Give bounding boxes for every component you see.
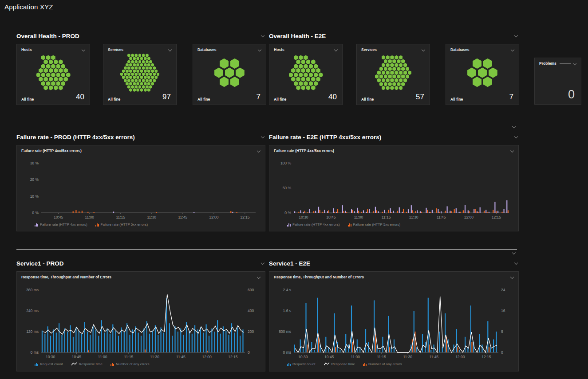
health-tile-hosts-prod[interactable]: Hosts All fine 40 [16, 44, 90, 105]
health-hexagon[interactable] [144, 63, 147, 66]
chevron-down-icon[interactable] [260, 33, 265, 39]
health-hexagon[interactable] [140, 57, 143, 60]
health-hexagon[interactable] [467, 67, 476, 78]
health-hexagon[interactable] [147, 88, 150, 92]
health-hexagon[interactable] [236, 67, 245, 78]
health-hexagon[interactable] [138, 85, 142, 89]
health-hexagon[interactable] [49, 77, 53, 82]
health-hexagon[interactable] [63, 68, 68, 73]
health-hexagon[interactable] [43, 86, 48, 90]
health-hexagon[interactable] [131, 73, 134, 76]
chart-tile-failure-e2e[interactable]: Failure rate (HTTP 4xx/5xx errors) 0 %50… [269, 145, 519, 231]
health-hexagon[interactable] [56, 81, 61, 86]
health-hexagon[interactable] [406, 67, 409, 71]
health-hexagon[interactable] [59, 59, 63, 64]
health-hexagon[interactable] [314, 64, 318, 69]
health-hexagon[interactable] [140, 82, 143, 86]
health-hexagon[interactable] [311, 86, 316, 90]
health-hexagon[interactable] [43, 77, 48, 82]
health-hexagon[interactable] [54, 77, 58, 82]
health-hexagon[interactable] [153, 73, 156, 76]
health-hexagon[interactable] [133, 57, 136, 60]
health-hexagon[interactable] [399, 70, 403, 75]
chevron-down-icon[interactable] [572, 61, 577, 66]
health-hexagon[interactable] [136, 82, 139, 86]
health-hexagon[interactable] [386, 55, 389, 60]
health-hexagon[interactable] [388, 59, 391, 63]
health-hexagon[interactable] [319, 72, 323, 77]
health-hexagon[interactable] [61, 72, 66, 77]
chevron-down-icon[interactable] [513, 134, 519, 140]
health-hexagon[interactable] [51, 81, 55, 86]
health-hexagon[interactable] [134, 85, 138, 89]
chart-tile-service-prod[interactable]: Response time, Throughput and Number of … [16, 271, 265, 371]
health-hexagon[interactable] [382, 86, 385, 90]
health-hexagon[interactable] [51, 72, 55, 77]
health-hexagon[interactable] [51, 64, 55, 69]
health-hexagon[interactable] [294, 81, 298, 86]
legend-item[interactable]: Request count [35, 362, 63, 366]
health-hexagon[interactable] [146, 79, 149, 82]
health-hexagon[interactable] [309, 64, 313, 69]
chevron-down-icon[interactable] [81, 47, 86, 53]
health-hexagon[interactable] [296, 86, 300, 90]
health-hexagon[interactable] [388, 82, 391, 86]
health-hexagon[interactable] [133, 76, 136, 79]
health-hexagon[interactable] [66, 72, 71, 77]
health-hexagon[interactable] [225, 67, 234, 78]
health-hexagon[interactable] [140, 76, 143, 79]
health-tile-services-e2e[interactable]: Services All fine 57 [356, 44, 430, 105]
health-hexagon[interactable] [151, 76, 154, 79]
health-hexagon[interactable] [59, 77, 63, 82]
health-hexagon[interactable] [146, 85, 149, 89]
health-hexagon[interactable] [379, 67, 383, 71]
health-hexagon[interactable] [127, 66, 130, 70]
health-hexagon[interactable] [122, 76, 125, 79]
health-hexagon[interactable] [397, 74, 400, 79]
health-hexagon[interactable] [39, 77, 43, 82]
health-hexagon[interactable] [138, 79, 142, 82]
health-hexagon[interactable] [220, 77, 229, 87]
health-hexagon[interactable] [49, 86, 53, 90]
health-hexagon[interactable] [395, 70, 398, 75]
health-hexagon[interactable] [142, 66, 145, 70]
health-hexagon[interactable] [134, 73, 138, 76]
health-hexagon[interactable] [306, 86, 311, 90]
health-hexagon[interactable] [296, 77, 300, 82]
health-hexagon[interactable] [133, 82, 136, 86]
health-hexagon[interactable] [127, 73, 130, 76]
health-hexagon[interactable] [144, 88, 147, 92]
health-hexagon[interactable] [131, 85, 134, 89]
health-hexagon[interactable] [291, 77, 296, 82]
health-hexagon[interactable] [395, 86, 398, 90]
legend-item[interactable]: Number of any errors [363, 362, 402, 366]
health-hexagon[interactable] [395, 78, 398, 82]
health-hexagon[interactable] [473, 77, 481, 87]
chevron-down-icon[interactable] [256, 275, 261, 280]
health-hexagon[interactable] [134, 66, 138, 70]
health-hexagon[interactable] [401, 67, 405, 71]
health-hexagon[interactable] [41, 55, 46, 60]
health-hexagon[interactable] [483, 77, 492, 87]
health-hexagon[interactable] [299, 81, 303, 86]
health-tile-databases-e2e[interactable]: Databases All fine 7 [446, 44, 519, 105]
chevron-down-icon[interactable] [509, 275, 515, 280]
chart-tile-service-e2e[interactable]: Response time, Throughput and Number of … [269, 271, 519, 371]
health-hexagon[interactable] [395, 55, 398, 60]
health-hexagon[interactable] [61, 81, 66, 86]
health-hexagon[interactable] [390, 55, 394, 60]
health-hexagon[interactable] [304, 55, 308, 60]
health-hexagon[interactable] [147, 63, 150, 66]
health-hexagon[interactable] [386, 78, 389, 82]
health-hexagon[interactable] [384, 59, 387, 63]
health-hexagon[interactable] [134, 79, 138, 82]
health-hexagon[interactable] [306, 68, 311, 73]
health-hexagon[interactable] [390, 70, 394, 75]
health-hexagon[interactable] [403, 78, 407, 82]
chevron-down-icon[interactable] [511, 124, 517, 129]
health-hexagon[interactable] [299, 64, 303, 69]
health-hexagon[interactable] [142, 85, 145, 89]
health-hexagon[interactable] [142, 79, 145, 82]
health-hexagon[interactable] [136, 57, 139, 60]
health-hexagon[interactable] [406, 74, 409, 79]
